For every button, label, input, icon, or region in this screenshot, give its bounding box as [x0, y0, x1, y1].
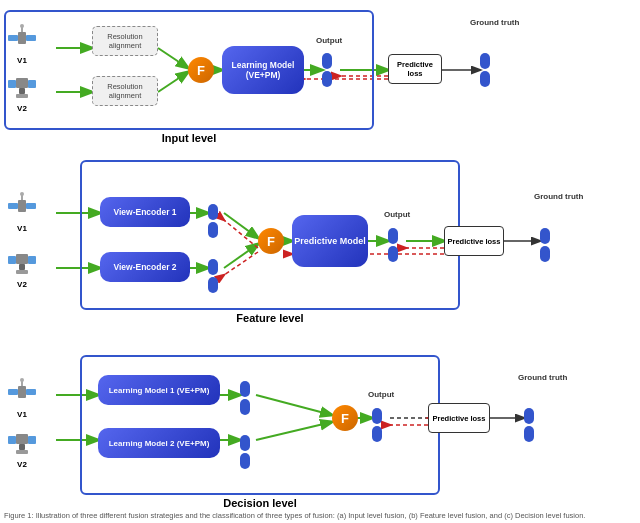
- svg-rect-54: [18, 386, 26, 398]
- pill: [524, 426, 534, 442]
- learning-model-input: Learning Model (VE+PM): [222, 46, 304, 94]
- caption: Figure 1: Illustration of three differen…: [4, 511, 636, 521]
- v2-satellite-decision: V2: [6, 428, 38, 469]
- pill: [322, 71, 332, 87]
- svg-rect-61: [28, 436, 36, 444]
- input-level-label: Input level: [162, 132, 216, 144]
- v1-label-decision: V1: [6, 410, 38, 419]
- v1-satellite-feature: V1: [6, 192, 38, 233]
- svg-rect-56: [26, 389, 36, 395]
- svg-rect-53: [16, 270, 28, 274]
- ground-truth-label-feature: Ground truth: [534, 192, 583, 201]
- svg-rect-55: [8, 389, 18, 395]
- pill: [372, 408, 382, 424]
- f-circle-decision: F: [332, 405, 358, 431]
- svg-rect-60: [8, 436, 16, 444]
- pill: [240, 435, 250, 451]
- v2-satellite-input: V2: [6, 72, 38, 113]
- svg-rect-41: [28, 80, 36, 88]
- v1-label-feature: V1: [6, 224, 38, 233]
- output-label-input: Output: [316, 36, 342, 45]
- f-circle-feature: F: [258, 228, 284, 254]
- svg-rect-52: [19, 264, 25, 270]
- pred-loss-feature: Predictive loss: [444, 226, 504, 256]
- svg-rect-44: [18, 200, 26, 212]
- v2-label-feature: V2: [6, 280, 38, 289]
- gt-pills-decision: [524, 408, 534, 442]
- output-label-decision: Output: [368, 390, 394, 399]
- v2-label-decision: V2: [6, 460, 38, 469]
- output-pills-feature: [388, 228, 398, 262]
- svg-point-38: [20, 24, 24, 28]
- pill: [480, 71, 490, 87]
- view-encoder-2: View-Encoder 2: [100, 252, 190, 282]
- pill: [240, 453, 250, 469]
- svg-point-48: [20, 192, 24, 196]
- diagram-container: Input level V1 V2 Resolution alignment R…: [0, 0, 640, 523]
- model1-pills: [240, 381, 250, 415]
- pill: [388, 246, 398, 262]
- v1-satellite-input: V1: [6, 24, 38, 65]
- svg-rect-35: [8, 35, 18, 41]
- view-encoder-1: View-Encoder 1: [100, 197, 190, 227]
- pill: [208, 222, 218, 238]
- pill: [208, 204, 218, 220]
- pill: [208, 259, 218, 275]
- output-label-feature: Output: [384, 210, 410, 219]
- pill: [388, 228, 398, 244]
- learning-model-2-decision: Learning Model 2 (VE+PM): [98, 428, 220, 458]
- svg-rect-51: [28, 256, 36, 264]
- gt-pills-input: [480, 53, 490, 87]
- svg-rect-62: [19, 444, 25, 450]
- feature-level-label: Feature level: [236, 312, 303, 324]
- res-align-1-label: Resolution alignment: [93, 32, 157, 50]
- output-pills-decision: [372, 408, 382, 442]
- v2-satellite-feature: V2: [6, 248, 38, 289]
- pill: [480, 53, 490, 69]
- output-pills-input: [322, 53, 332, 87]
- pill: [540, 246, 550, 262]
- pill: [240, 399, 250, 415]
- enc2-pills: [208, 259, 218, 293]
- res-align-1: Resolution alignment: [92, 26, 158, 56]
- predictive-model-feature: Predictive Model: [292, 215, 368, 267]
- f-circle-input: F: [188, 57, 214, 83]
- svg-point-58: [20, 378, 24, 382]
- svg-rect-50: [8, 256, 16, 264]
- svg-rect-34: [18, 32, 26, 44]
- decision-level-label: Decision level: [223, 497, 296, 509]
- svg-rect-45: [8, 203, 18, 209]
- svg-rect-42: [19, 88, 25, 94]
- res-align-2: Resolution alignment: [92, 76, 158, 106]
- pill: [322, 53, 332, 69]
- ground-truth-label-decision: Ground truth: [518, 373, 567, 382]
- svg-rect-40: [8, 80, 16, 88]
- svg-rect-46: [26, 203, 36, 209]
- v2-label-input: V2: [6, 104, 38, 113]
- ground-truth-label-input: Ground truth: [470, 18, 519, 27]
- gt-pills-feature: [540, 228, 550, 262]
- pill: [240, 381, 250, 397]
- svg-rect-36: [26, 35, 36, 41]
- pill: [208, 277, 218, 293]
- svg-rect-43: [16, 94, 28, 98]
- v1-label-input: V1: [6, 56, 38, 65]
- svg-rect-63: [16, 450, 28, 454]
- svg-rect-59: [16, 434, 28, 444]
- pill: [540, 228, 550, 244]
- pred-loss-decision: Predictive loss: [428, 403, 490, 433]
- learning-model-1-decision: Learning Model 1 (VE+PM): [98, 375, 220, 405]
- res-align-2-label: Resolution alignment: [93, 82, 157, 100]
- pill: [524, 408, 534, 424]
- svg-rect-39: [16, 78, 28, 88]
- pred-loss-input: Predictive loss: [388, 54, 442, 84]
- svg-rect-49: [16, 254, 28, 264]
- v1-satellite-decision: V1: [6, 378, 38, 419]
- model2-pills: [240, 435, 250, 469]
- enc1-pills: [208, 204, 218, 238]
- pill: [372, 426, 382, 442]
